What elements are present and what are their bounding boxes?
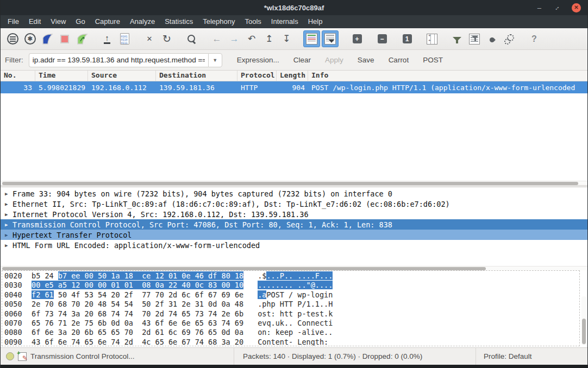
- menu-item-analyze[interactable]: Analyze: [125, 15, 160, 28]
- resize-columns-button[interactable]: + +: [423, 30, 441, 48]
- stop-capture-button[interactable]: [56, 30, 73, 48]
- packet-details-pane: ▶Frame 33: 904 bytes on wire (7232 bits)…: [1, 187, 587, 270]
- detail-row[interactable]: ▶Hypertext Transfer Protocol: [1, 230, 587, 240]
- expander-icon[interactable]: ▶: [5, 243, 12, 248]
- packet-cell-no: 33: [1, 84, 35, 92]
- menu-item-file[interactable]: File: [3, 15, 24, 28]
- column-header-proto[interactable]: Protocol: [237, 71, 277, 81]
- hex-row[interactable]: 0020b5 24 b7 ee 00 50 1a 18 ce 12 01 0e …: [2, 271, 579, 281]
- hex-row[interactable]: 00806f 6e 3a 20 6b 65 65 70 2d 61 6c 69 …: [2, 328, 579, 337]
- close-file-button[interactable]: ✕: [141, 30, 158, 48]
- expert-info-icon[interactable]: [6, 352, 14, 360]
- open-file-button[interactable]: ↑: [98, 30, 116, 48]
- hex-row[interactable]: 00606f 73 74 3a 20 68 74 74 70 2d 74 65 …: [2, 309, 579, 319]
- filter-input[interactable]: [29, 53, 208, 67]
- column-header-len[interactable]: Length: [277, 71, 308, 81]
- column-header-dst[interactable]: Destination: [156, 71, 237, 81]
- zoom-in-icon: +: [353, 34, 362, 43]
- detail-row[interactable]: ▶Ethernet II, Src: Tp-LinkT_0c:89:af (18…: [1, 199, 587, 209]
- filter-dropdown-button[interactable]: ▼: [208, 53, 222, 67]
- status-left-section: + ✎ Transmission Control Protocol...: [1, 348, 234, 365]
- bytes-vscrollbar[interactable]: [581, 296, 586, 345]
- menu-item-capture[interactable]: Capture: [90, 15, 125, 28]
- save-file-button[interactable]: 0101 0110 0111: [116, 30, 133, 48]
- menu-item-go[interactable]: Go: [71, 15, 90, 28]
- display-filters-button[interactable]: [466, 30, 483, 48]
- column-header-info[interactable]: Info: [308, 71, 587, 81]
- expression-button[interactable]: Expression...: [230, 56, 286, 64]
- menu-item-statistics[interactable]: Statistics: [160, 15, 198, 28]
- menu-item-tools[interactable]: Tools: [240, 15, 266, 28]
- minimize-button[interactable]: –: [537, 4, 541, 11]
- hex-row[interactable]: 009043 6f 6e 74 65 6e 74 2d 4c 65 6e 67 …: [2, 338, 579, 346]
- detail-row[interactable]: ▶Frame 33: 904 bytes on wire (7232 bits)…: [1, 188, 587, 199]
- reload-button[interactable]: ↻: [158, 30, 176, 48]
- hex-row[interactable]: 007065 76 71 2e 75 6b 0d 0a 43 6f 6e 6e …: [2, 319, 579, 328]
- start-capture-button[interactable]: [39, 30, 56, 48]
- list-interfaces-button[interactable]: [4, 30, 21, 48]
- zoom-out-button[interactable]: −: [373, 30, 391, 48]
- packet-row[interactable]: 335.998021829192.168.0.112139.59.181.36H…: [1, 81, 587, 93]
- capture-filters-button[interactable]: [448, 30, 466, 48]
- go-to-bottom-button[interactable]: ↧: [278, 30, 295, 48]
- column-header-src[interactable]: Source: [88, 71, 156, 81]
- hex-row[interactable]: 003000 e5 a5 12 00 00 01 01 08 0a 22 40 …: [2, 281, 579, 290]
- status-field-label: Transmission Control Protocol...: [30, 352, 135, 360]
- go-to-top-button[interactable]: ↥: [260, 30, 278, 48]
- scrollbar-handle[interactable]: [582, 319, 586, 344]
- detail-text: Ethernet II, Src: Tp-LinkT_0c:89:af (18:…: [12, 200, 450, 208]
- go-back-button[interactable]: ←: [208, 30, 226, 48]
- apply-button[interactable]: Apply: [318, 56, 351, 64]
- close-button[interactable]: ✕: [572, 3, 581, 12]
- detail-row[interactable]: ▶HTML Form URL Encoded: application/x-ww…: [1, 240, 587, 250]
- column-header-no[interactable]: No.: [1, 71, 35, 81]
- hex-bytes: f2 61 50 4f 53 54 20 2f 77 70 2d 6c 6f 6…: [32, 290, 243, 300]
- plus-icon: +: [17, 350, 20, 356]
- capture-comment-icon[interactable]: + ✎: [18, 352, 27, 361]
- expander-icon[interactable]: ▶: [5, 232, 12, 238]
- menu-item-view[interactable]: View: [46, 15, 71, 28]
- menu-item-edit[interactable]: Edit: [24, 15, 46, 28]
- restart-capture-button[interactable]: [73, 30, 91, 48]
- find-packet-button[interactable]: [183, 30, 201, 48]
- expander-icon[interactable]: ▶: [5, 212, 12, 217]
- hex-row[interactable]: 00502e 70 68 70 20 48 54 54 50 2f 31 2e …: [2, 300, 579, 309]
- menu-item-telephony[interactable]: Telephony: [198, 15, 240, 28]
- capture-options-button[interactable]: ✱: [21, 30, 39, 48]
- titlebar: *wlx18d6c70c89af – ↔ ✕: [1, 0, 587, 15]
- menu-item-help[interactable]: Help: [303, 15, 328, 28]
- stop-square-icon: [60, 35, 69, 43]
- detail-text: HTML Form URL Encoded: application/x-www…: [12, 241, 260, 250]
- go-to-packet-button[interactable]: ↶: [243, 30, 260, 48]
- hex-ascii: .php HTT P/1.1..H: [258, 300, 333, 309]
- zoom-in-button[interactable]: +: [348, 30, 366, 48]
- column-header-time[interactable]: Time: [35, 71, 88, 81]
- details-hscrollbar[interactable]: [1, 266, 587, 270]
- packet-list-hscrollbar[interactable]: [1, 181, 587, 185]
- expander-icon[interactable]: ▶: [5, 201, 12, 207]
- clear-button[interactable]: Clear: [286, 56, 318, 64]
- preferences-button[interactable]: [501, 30, 518, 48]
- expander-icon[interactable]: ▶: [5, 222, 12, 227]
- coloring-rules-button[interactable]: [483, 30, 501, 48]
- status-profile[interactable]: Profile: Default: [476, 348, 587, 365]
- saved-filter-post-button[interactable]: POST: [416, 56, 450, 64]
- detail-text: Transmission Control Protocol, Src Port:…: [12, 220, 392, 229]
- menu-item-internals[interactable]: Internals: [266, 15, 303, 28]
- detail-row[interactable]: ▶Internet Protocol Version 4, Src: 192.1…: [1, 209, 587, 219]
- hex-row[interactable]: 0040f2 61 50 4f 53 54 20 2f 77 70 2d 6c …: [2, 290, 579, 300]
- colorize-list-button[interactable]: [303, 30, 320, 47]
- expander-icon[interactable]: ▶: [5, 191, 12, 196]
- saved-filter-carrot-button[interactable]: Carrot: [381, 56, 416, 64]
- save-filter-button[interactable]: Save: [351, 56, 381, 64]
- restore-button[interactable]: ↔: [552, 3, 561, 12]
- go-forward-button[interactable]: →: [226, 30, 243, 48]
- detail-row[interactable]: ▶Transmission Control Protocol, Src Port…: [1, 219, 587, 230]
- filter-bar: Filter: ▼ Expression... Clear Apply Save…: [1, 50, 587, 71]
- view-toggle-group: [303, 30, 341, 48]
- help-button[interactable]: ?: [526, 30, 543, 48]
- hex-ascii: .$...P.. ....F...: [258, 271, 333, 281]
- zoom-normal-button[interactable]: 1: [398, 30, 416, 48]
- autoscroll-button[interactable]: [322, 30, 339, 47]
- scrollbar-handle[interactable]: [2, 182, 578, 185]
